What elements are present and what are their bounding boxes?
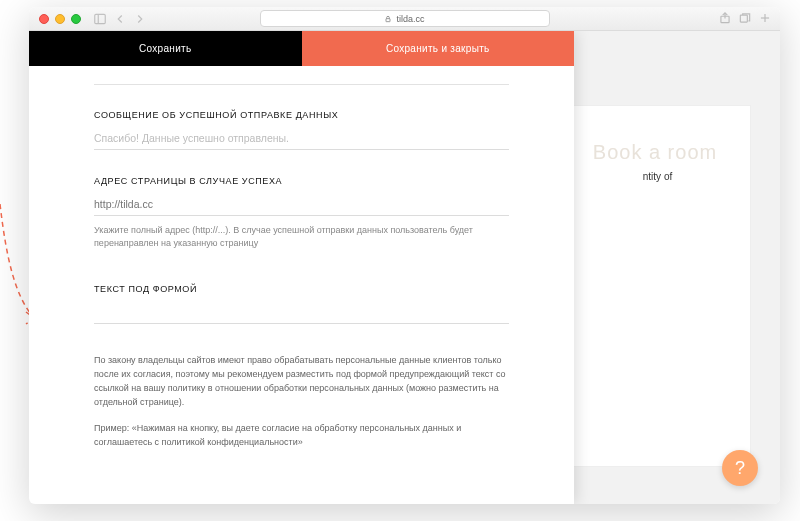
info-paragraph-1: По закону владельцы сайтов имеют право о…	[94, 354, 509, 410]
sidebar-icon[interactable]	[93, 12, 107, 26]
browser-chrome-bar: tilda.cc	[29, 7, 780, 31]
settings-panel: Сохранить Сохранить и закрыть СООБЩЕНИЕ …	[29, 31, 574, 504]
back-icon[interactable]	[113, 12, 127, 26]
close-window-button[interactable]	[39, 14, 49, 24]
forward-icon[interactable]	[133, 12, 147, 26]
browser-window: tilda.cc Book a room ntity of Сохранить …	[29, 7, 780, 504]
share-icon[interactable]	[718, 11, 732, 25]
page-preview-panel: Book a room ntity of	[560, 106, 750, 466]
tab-save[interactable]: Сохранить	[29, 31, 302, 66]
label-under-form-text: ТЕКСТ ПОД ФОРМОЙ	[94, 284, 509, 294]
field-success-message: СООБЩЕНИЕ ОБ УСПЕШНОЙ ОТПРАВКЕ ДАННЫХ	[94, 110, 509, 150]
chrome-right-group	[718, 11, 772, 25]
field-success-url: АДРЕС СТРАНИЦЫ В СЛУЧАЕ УСПЕХА Укажите п…	[94, 176, 509, 250]
preview-heading: Book a room	[560, 141, 750, 164]
input-success-url[interactable]	[94, 194, 509, 216]
help-success-url: Укажите полный адрес (http://...). В слу…	[94, 224, 509, 250]
preview-subtitle-fragment: ntity of	[575, 171, 740, 182]
lock-icon	[384, 15, 392, 23]
input-under-form-text[interactable]	[94, 302, 509, 324]
label-success-message: СООБЩЕНИЕ ОБ УСПЕШНОЙ ОТПРАВКЕ ДАННЫХ	[94, 110, 509, 120]
help-icon: ?	[735, 458, 745, 479]
label-success-url: АДРЕС СТРАНИЦЫ В СЛУЧАЕ УСПЕХА	[94, 176, 509, 186]
tabs-icon[interactable]	[738, 11, 752, 25]
window-controls	[39, 14, 81, 24]
help-button[interactable]: ?	[722, 450, 758, 486]
tab-save-close-label: Сохранить и закрыть	[386, 43, 490, 54]
url-text: tilda.cc	[396, 14, 424, 24]
input-success-message[interactable]	[94, 128, 509, 150]
tab-save-label: Сохранить	[139, 43, 191, 54]
svg-rect-2	[386, 18, 390, 21]
info-paragraph-2: Пример: «Нажимая на кнопку, вы даете сог…	[94, 422, 509, 450]
add-tab-icon[interactable]	[758, 11, 772, 25]
field-under-form-text: ТЕКСТ ПОД ФОРМОЙ	[94, 284, 509, 324]
panel-tab-row: Сохранить Сохранить и закрыть	[29, 31, 574, 66]
url-bar[interactable]: tilda.cc	[260, 10, 550, 27]
minimize-window-button[interactable]	[55, 14, 65, 24]
zoom-window-button[interactable]	[71, 14, 81, 24]
nav-group	[93, 12, 147, 26]
svg-rect-0	[95, 14, 106, 23]
tab-save-close[interactable]: Сохранить и закрыть	[302, 31, 575, 66]
divider	[94, 84, 509, 85]
svg-rect-4	[740, 15, 747, 22]
